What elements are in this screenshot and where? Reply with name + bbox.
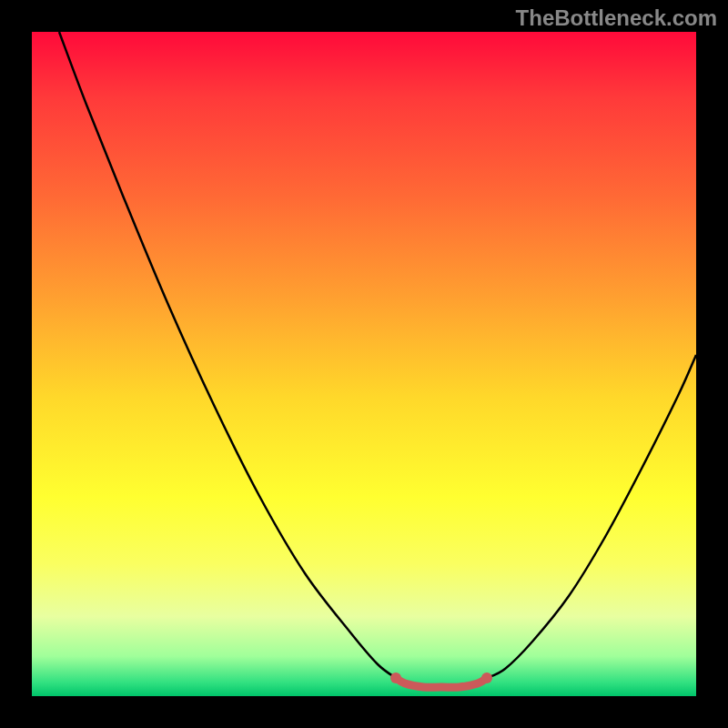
left-curve-line [59,32,396,678]
marker-left [390,672,401,683]
marker-right [481,672,492,683]
chart-svg [32,32,696,696]
bottom-segment-line [396,678,487,687]
chart-plot-area [32,32,696,696]
watermark-text: TheBottleneck.com [516,5,717,31]
right-curve-line [487,355,696,678]
